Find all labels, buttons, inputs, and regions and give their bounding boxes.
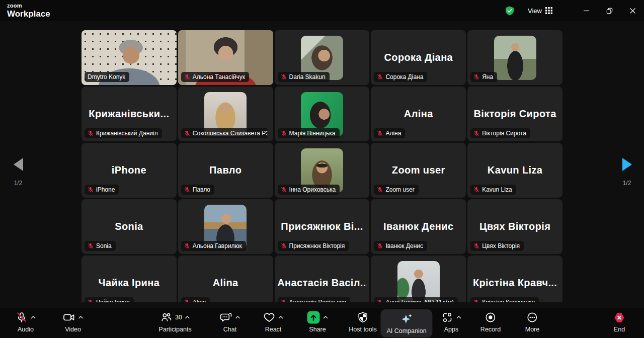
apps-icon bbox=[441, 311, 453, 323]
participant-name-label-text: Аліна bbox=[385, 130, 401, 137]
participant-name-label-text: Daria Skakun bbox=[289, 73, 326, 80]
share-label: Share bbox=[309, 326, 326, 333]
participant-tile[interactable]: Dmytro Konyk bbox=[82, 30, 177, 85]
participant-name-label: Яна bbox=[470, 72, 497, 82]
end-label: End bbox=[614, 326, 625, 333]
participant-tile[interactable]: Аліна Аліна bbox=[371, 87, 466, 141]
muted-mic-icon bbox=[377, 187, 383, 193]
participant-name-label: Аліна bbox=[374, 128, 405, 138]
muted-mic-icon bbox=[281, 243, 287, 249]
participant-tile[interactable]: Марія Вінницька bbox=[275, 87, 370, 141]
video-button[interactable]: Video bbox=[63, 310, 84, 333]
participant-tile[interactable]: Присяжнюк Ві... Присяжнюк Вікторія bbox=[275, 199, 370, 254]
muted-mic-icon bbox=[377, 130, 383, 136]
host-tools-button[interactable]: Host tools bbox=[349, 310, 377, 333]
participant-tile[interactable]: Alina Alina bbox=[178, 256, 273, 302]
participant-tile[interactable]: Крижанівськи... Крижанівський Даниіл bbox=[82, 87, 177, 141]
participant-big-name: Sonia bbox=[115, 221, 143, 232]
muted-mic-icon bbox=[88, 130, 94, 136]
participant-big-name: Аліна bbox=[404, 108, 433, 120]
participant-tile[interactable]: Інна Ориховська bbox=[275, 143, 370, 198]
end-button[interactable]: End bbox=[613, 310, 626, 333]
gallery-grid: Dmytro Konyk Альона Танасійчук Daria Ska… bbox=[82, 30, 562, 302]
participant-tile[interactable]: Альона Гаврилюк bbox=[178, 199, 273, 254]
page-indicator: 1/2 bbox=[615, 180, 639, 187]
minimize-button[interactable] bbox=[575, 0, 598, 21]
host-tools-label: Host tools bbox=[349, 326, 377, 333]
share-options-chevron[interactable] bbox=[323, 316, 328, 319]
participant-name-label: Павло bbox=[181, 185, 214, 195]
record-label: Record bbox=[480, 326, 501, 333]
view-label: View bbox=[528, 7, 542, 15]
grid-view-icon bbox=[545, 7, 552, 14]
participant-big-name: Цвях Вікторія bbox=[479, 221, 550, 232]
more-button[interactable]: More bbox=[525, 310, 539, 333]
meeting-toolbar: Audio Video bbox=[0, 308, 644, 338]
logo-line1: zoom bbox=[7, 3, 50, 9]
audio-options-chevron[interactable] bbox=[31, 316, 36, 319]
participants-button[interactable]: 30 Participants bbox=[158, 310, 191, 333]
restore-icon bbox=[606, 7, 613, 15]
chat-button[interactable]: Chat bbox=[220, 310, 240, 333]
participant-name-label-text: Анастасія Васільєва bbox=[289, 299, 346, 302]
participant-tile[interactable]: Яна bbox=[467, 30, 562, 85]
participant-tile[interactable]: Kavun Liza Kavun Liza bbox=[467, 143, 562, 198]
apps-button[interactable]: Apps bbox=[441, 310, 461, 333]
participant-big-name: Alina bbox=[213, 277, 238, 289]
participant-tile[interactable]: Павло Павло bbox=[178, 143, 273, 198]
close-button[interactable] bbox=[621, 0, 644, 21]
ai-companion-sparkle-icon bbox=[400, 313, 413, 325]
share-button[interactable]: Share bbox=[307, 310, 328, 333]
chat-label: Chat bbox=[223, 326, 236, 333]
react-button[interactable]: React bbox=[263, 310, 283, 333]
record-button[interactable]: Record bbox=[480, 310, 501, 333]
participant-name-label: Alina bbox=[181, 297, 210, 302]
participant-tile[interactable]: Sonia Sonia bbox=[82, 199, 177, 254]
participant-tile[interactable]: Daria Skakun bbox=[275, 30, 370, 85]
participant-tile[interactable]: Сорока Діана Сорока Діана bbox=[371, 30, 466, 85]
chat-options-chevron[interactable] bbox=[235, 316, 240, 319]
participant-name-label-text: Чайка Ірина bbox=[96, 299, 130, 302]
ai-companion-button[interactable]: AI Companion bbox=[380, 309, 432, 337]
apps-label: Apps bbox=[444, 326, 459, 333]
participant-name-label-text: Сорока Діана bbox=[385, 73, 423, 80]
participant-tile[interactable]: Цвях Вікторія Цвях Вікторія bbox=[467, 199, 562, 254]
participant-name-label-text: Kavun Liza bbox=[482, 186, 512, 193]
encryption-shield-icon[interactable] bbox=[505, 6, 515, 16]
muted-mic-icon bbox=[184, 299, 190, 302]
participant-name-label-text: Цвях Вікторія bbox=[482, 242, 520, 249]
participant-tile[interactable]: Іванюк Денис Іванюк Денис bbox=[371, 199, 466, 254]
previous-page-arrow-icon bbox=[14, 158, 23, 171]
participant-tile[interactable]: Анастасія Васіл... Анастасія Васільєва bbox=[275, 256, 370, 302]
view-button[interactable]: View bbox=[528, 7, 552, 15]
muted-mic-icon bbox=[473, 130, 479, 136]
participant-name-label-text: Яна bbox=[482, 73, 493, 80]
participant-tile[interactable]: Чайка Ірина Чайка Ірина bbox=[82, 256, 177, 302]
zoom-workplace-logo: zoom Workplace bbox=[7, 3, 50, 18]
previous-page-button[interactable]: 1/2 bbox=[6, 158, 30, 187]
zoom-meeting-window: zoom Workplace View bbox=[0, 0, 644, 338]
participant-big-name: Крижанівськи... bbox=[89, 108, 169, 120]
participant-name-label-text: Іванюк Денис bbox=[385, 242, 423, 249]
participant-tile[interactable]: Анна Гудима, МР-11д(м) bbox=[371, 256, 466, 302]
participant-tile[interactable]: Альона Танасійчук bbox=[178, 30, 273, 85]
participant-name-label: iPhone bbox=[85, 185, 119, 195]
participant-tile[interactable]: iPhone iPhone bbox=[82, 143, 177, 198]
restore-button[interactable] bbox=[598, 0, 621, 21]
title-bar: zoom Workplace View bbox=[0, 0, 644, 21]
participants-options-chevron[interactable] bbox=[185, 316, 190, 319]
participant-tile[interactable]: Соколовська Єлизавета РЗ... bbox=[178, 87, 273, 141]
audio-button[interactable]: Audio bbox=[16, 310, 36, 333]
next-page-button[interactable]: 1/2 bbox=[615, 158, 639, 187]
participant-tile[interactable]: Крістіна Кравч... Крістіна Кравченко bbox=[467, 256, 562, 302]
react-options-chevron[interactable] bbox=[278, 316, 283, 319]
video-options-chevron[interactable] bbox=[78, 316, 84, 319]
participant-tile[interactable]: Zoom user Zoom user bbox=[371, 143, 466, 198]
participant-name-label-text: Марія Вінницька bbox=[289, 130, 336, 137]
video-label: Video bbox=[65, 326, 81, 333]
muted-mic-icon bbox=[281, 299, 287, 302]
participant-tile[interactable]: Вікторія Сирота Вікторія Сирота bbox=[467, 87, 562, 141]
participant-big-name: Крістіна Кравч... bbox=[473, 277, 557, 289]
participant-name-label: Daria Skakun bbox=[278, 72, 330, 82]
apps-options-chevron[interactable] bbox=[456, 316, 461, 319]
